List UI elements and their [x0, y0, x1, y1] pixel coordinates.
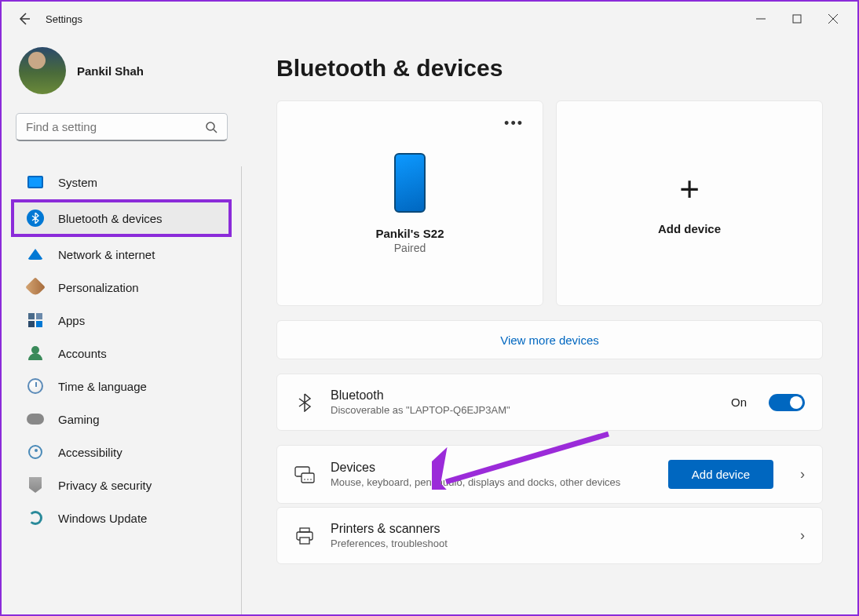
svg-point-10 [310, 479, 312, 480]
sidebar-item-label: Network & internet [58, 248, 155, 261]
add-device-label: Add device [658, 222, 721, 235]
sidebar-item-accessibility[interactable]: Accessibility [16, 436, 227, 468]
setting-title: Bluetooth [331, 388, 715, 403]
svg-rect-7 [302, 473, 314, 483]
printers-setting[interactable]: Printers & scanners Preferences, trouble… [276, 507, 823, 564]
time-icon [27, 377, 44, 395]
svg-rect-11 [300, 528, 309, 532]
bluetooth-icon [294, 393, 315, 412]
sidebar-item-label: Apps [58, 314, 85, 327]
nav: System Bluetooth & devices Network & int… [16, 166, 242, 614]
avatar [19, 47, 66, 94]
setting-sub: Discoverable as "LAPTOP-Q6EJP3AM" [331, 404, 715, 416]
add-device-card[interactable]: + Add device [556, 100, 823, 306]
close-button[interactable] [815, 6, 851, 31]
network-icon [27, 246, 44, 263]
add-device-button[interactable]: Add device [668, 460, 773, 489]
setting-sub: Preferences, troubleshoot [331, 538, 773, 549]
search-box[interactable] [16, 113, 228, 141]
apps-icon [27, 312, 44, 329]
printer-icon [294, 527, 315, 545]
paired-device-card[interactable]: ••• Pankil's S22 Paired [276, 100, 543, 306]
sidebar: Pankil Shah System Bluetooth & devices N… [2, 36, 242, 614]
svg-point-4 [207, 122, 214, 130]
system-icon [27, 173, 44, 191]
more-button[interactable]: ••• [504, 115, 524, 132]
devices-setting[interactable]: Devices Mouse, keyboard, pen, audio, dis… [276, 445, 823, 504]
svg-rect-1 [793, 15, 801, 23]
privacy-icon [27, 476, 44, 494]
phone-icon [394, 153, 426, 213]
bluetooth-toggle[interactable] [769, 394, 805, 411]
sidebar-item-label: Bluetooth & devices [58, 212, 163, 225]
chevron-right-icon: › [800, 527, 805, 544]
device-status: Paired [394, 242, 426, 254]
sidebar-item-label: Time & language [58, 380, 147, 393]
search-input[interactable] [26, 120, 205, 133]
main-content: Bluetooth & devices ••• Pankil's S22 Pai… [242, 36, 857, 614]
svg-line-5 [214, 129, 217, 133]
window-title: Settings [46, 13, 82, 25]
sidebar-item-label: Accessibility [58, 446, 122, 459]
toggle-label: On [731, 395, 747, 409]
chevron-right-icon: › [800, 466, 805, 483]
accessibility-icon [27, 443, 44, 461]
back-button[interactable] [8, 3, 39, 35]
bluetooth-icon [27, 210, 44, 227]
sidebar-item-system[interactable]: System [16, 166, 227, 198]
sidebar-item-network[interactable]: Network & internet [16, 239, 227, 270]
sidebar-item-update[interactable]: Windows Update [16, 502, 227, 534]
update-icon [27, 509, 44, 527]
username: Pankil Shah [77, 64, 144, 78]
search-icon [205, 121, 217, 133]
sidebar-item-label: Accounts [58, 347, 107, 360]
sidebar-item-bluetooth[interactable]: Bluetooth & devices [11, 199, 232, 237]
sidebar-item-label: System [58, 176, 97, 189]
sidebar-item-label: Privacy & security [58, 479, 152, 492]
sidebar-item-personalization[interactable]: Personalization [16, 272, 227, 303]
devices-icon [294, 466, 315, 483]
sidebar-item-accounts[interactable]: Accounts [16, 337, 227, 369]
personalization-icon [27, 279, 44, 296]
accounts-icon [27, 344, 44, 362]
setting-title: Printers & scanners [331, 522, 773, 536]
titlebar: Settings [2, 2, 857, 36]
setting-title: Devices [331, 461, 652, 475]
sidebar-item-label: Gaming [58, 413, 100, 426]
plus-icon: + [679, 172, 700, 206]
view-more-label: View more devices [500, 334, 599, 347]
maximize-button[interactable] [779, 6, 815, 31]
user-profile[interactable]: Pankil Shah [16, 47, 228, 94]
svg-point-8 [304, 479, 305, 480]
sidebar-item-apps[interactable]: Apps [16, 304, 227, 336]
sidebar-item-time[interactable]: Time & language [16, 370, 227, 402]
minimize-button[interactable] [743, 6, 779, 31]
page-title: Bluetooth & devices [276, 55, 823, 82]
sidebar-item-privacy[interactable]: Privacy & security [16, 469, 227, 501]
sidebar-item-gaming[interactable]: Gaming [16, 403, 227, 435]
svg-rect-13 [300, 538, 309, 544]
view-more-devices[interactable]: View more devices [276, 320, 823, 359]
svg-point-9 [307, 479, 309, 480]
bluetooth-setting[interactable]: Bluetooth Discoverable as "LAPTOP-Q6EJP3… [276, 374, 823, 431]
sidebar-item-label: Windows Update [58, 512, 147, 525]
device-name: Pankil's S22 [376, 227, 444, 240]
sidebar-item-label: Personalization [58, 281, 139, 294]
gaming-icon [27, 410, 44, 428]
setting-sub: Mouse, keyboard, pen, audio, displays an… [331, 476, 652, 488]
